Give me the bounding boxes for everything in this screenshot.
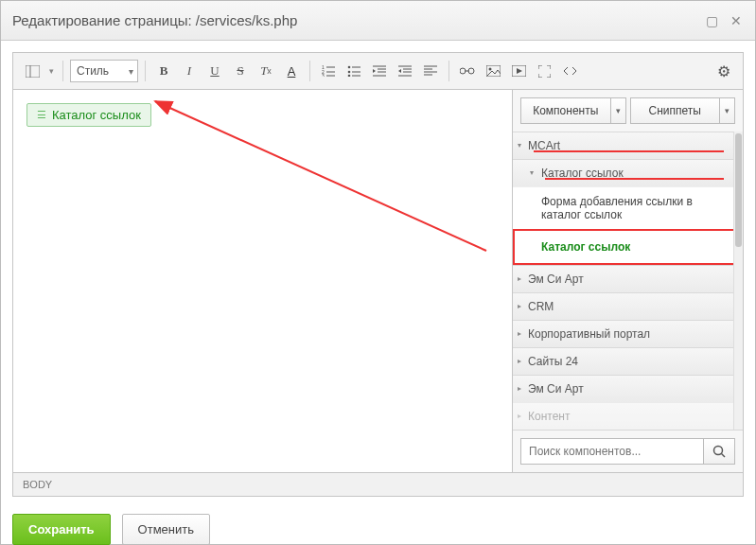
content-row: ☰ Каталог ссылок Компоненты ▾	[13, 90, 743, 472]
component-widget-label: Каталог ссылок	[52, 108, 141, 122]
tab-snippets-dropdown[interactable]: ▾	[720, 97, 735, 124]
tree-node-label: Эм Си Арт	[528, 382, 584, 396]
italic-button[interactable]: I	[178, 60, 201, 82]
tab-snippets-button[interactable]: Сниппеты	[630, 97, 721, 124]
tree-node-label: CRM	[528, 300, 554, 313]
source-button[interactable]	[558, 60, 581, 82]
component-widget[interactable]: ☰ Каталог ссылок	[26, 103, 151, 127]
annotation-underline	[534, 150, 724, 152]
outdent-button[interactable]	[368, 60, 391, 82]
window-title: Редактирование страницы: /services/ks.ph…	[12, 12, 694, 28]
separator	[309, 61, 310, 81]
tree-node[interactable]: ▸Эм Си Арт	[513, 375, 743, 402]
editor-canvas[interactable]: ☰ Каталог ссылок	[13, 90, 512, 472]
indent-button[interactable]	[394, 60, 416, 82]
align-left-button[interactable]	[419, 60, 442, 82]
dom-path[interactable]: BODY	[23, 479, 52, 490]
annotation-arrow-icon	[13, 90, 505, 459]
settings-gear-icon[interactable]: ⚙	[712, 60, 735, 82]
annotation-underline	[545, 178, 724, 180]
save-button[interactable]: Сохранить	[12, 514, 111, 545]
cancel-button[interactable]: Отменить	[122, 514, 210, 545]
tab-components-dropdown[interactable]: ▾	[611, 97, 626, 124]
tree-node[interactable]: ▸CRM	[513, 292, 743, 320]
chevron-right-icon: ▸	[518, 412, 521, 420]
tab-components: Компоненты ▾	[520, 97, 626, 124]
tree-node-catalog[interactable]: ▾Каталог ссылок	[513, 159, 743, 186]
svg-line-36	[155, 101, 486, 251]
maximize-icon[interactable]: ▢	[704, 13, 719, 28]
svg-point-8	[348, 66, 351, 69]
search-input[interactable]	[520, 438, 703, 465]
svg-text:3: 3	[322, 73, 325, 77]
editor-shell: ▾ Стиль B I U S Tx A 123	[12, 52, 744, 497]
sidepanel: Компоненты ▾ Сниппеты ▾ ▾MCArt ▾Каталог …	[512, 90, 743, 472]
component-widget-icon: ☰	[37, 109, 46, 121]
chevron-right-icon: ▸	[518, 302, 521, 310]
chevron-down-icon: ▾	[530, 168, 534, 177]
svg-rect-0	[26, 65, 40, 78]
tree-node[interactable]: ▸Контент	[513, 402, 743, 430]
chevron-right-icon: ▸	[518, 274, 521, 283]
svg-marker-20	[398, 69, 401, 73]
numbered-list-button[interactable]: 123	[317, 60, 340, 82]
fullscreen-button[interactable]	[533, 60, 555, 82]
tree-node[interactable]: ▸Эм Си Арт	[513, 265, 743, 292]
svg-point-10	[348, 71, 351, 74]
chevron-down-icon: ▾	[518, 141, 521, 149]
tree-leaf-form-add[interactable]: Форма добавления ссылки в каталог ссылок	[513, 186, 743, 229]
tab-snippets: Сниппеты ▾	[630, 97, 736, 124]
component-tree: ▾MCArt ▾Каталог ссылок Форма добавления …	[513, 132, 743, 430]
tree-node-label: Сайты 24	[528, 355, 578, 368]
svg-line-38	[722, 454, 726, 458]
tree-node[interactable]: ▸Сайты 24	[513, 347, 743, 375]
link-button[interactable]	[456, 60, 479, 82]
chevron-right-icon: ▸	[518, 384, 521, 393]
footer: Сохранить Отменить	[1, 502, 755, 545]
tree-node-label: Контент	[528, 410, 570, 423]
tab-components-button[interactable]: Компоненты	[520, 97, 611, 124]
toolbar: ▾ Стиль B I U S Tx A 123	[13, 53, 743, 90]
tree-node[interactable]: ▸Корпоративный портал	[513, 320, 743, 347]
underline-button[interactable]: U	[203, 60, 226, 82]
svg-point-12	[348, 75, 351, 77]
panel-toggle-icon[interactable]	[21, 60, 44, 82]
scrollbar-thumb[interactable]	[735, 133, 742, 247]
video-button[interactable]	[507, 60, 530, 82]
tree-node-label: Эм Си Арт	[528, 272, 584, 286]
svg-marker-15	[373, 69, 376, 73]
search-icon	[712, 445, 726, 458]
close-icon[interactable]: ✕	[729, 13, 744, 28]
style-select[interactable]: Стиль	[70, 60, 138, 82]
separator	[145, 61, 146, 81]
svg-marker-34	[517, 68, 522, 74]
panel-toggle-dropdown-icon[interactable]: ▾	[46, 60, 56, 82]
tree-node-label: Корпоративный портал	[528, 327, 650, 341]
image-button[interactable]	[482, 60, 504, 82]
strike-button[interactable]: S	[229, 60, 252, 82]
chevron-right-icon: ▸	[518, 357, 521, 365]
svg-point-37	[714, 447, 723, 455]
svg-point-32	[488, 68, 491, 71]
separator	[448, 61, 449, 81]
sidepanel-tabs: Компоненты ▾ Сниппеты ▾	[513, 90, 743, 132]
text-color-button[interactable]: A	[280, 60, 303, 82]
style-select-label: Стиль	[77, 64, 109, 78]
clear-format-button[interactable]: Tx	[255, 60, 277, 82]
bold-button[interactable]: B	[152, 60, 175, 82]
window: Редактирование страницы: /services/ks.ph…	[0, 0, 756, 545]
editor-body: ▾ Стиль B I U S Tx A 123	[1, 41, 755, 502]
scrollbar[interactable]	[733, 132, 743, 430]
statusbar: BODY	[13, 472, 743, 496]
separator	[62, 61, 63, 81]
tree-node-mcart[interactable]: ▾MCArt	[513, 132, 743, 159]
search-button[interactable]	[703, 438, 735, 465]
tree-leaf-catalog-active[interactable]: Каталог ссылок	[513, 229, 743, 265]
titlebar: Редактирование страницы: /services/ks.ph…	[1, 1, 755, 41]
component-search	[513, 430, 743, 472]
chevron-right-icon: ▸	[518, 329, 521, 338]
bullet-list-button[interactable]	[343, 60, 365, 82]
